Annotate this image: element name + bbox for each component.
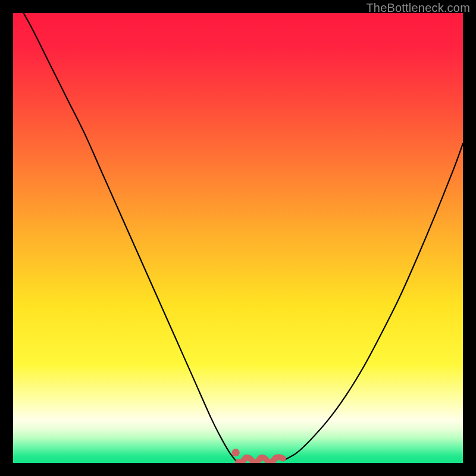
plot-area	[13, 13, 463, 463]
watermark-text: TheBottleneck.com	[366, 1, 470, 15]
marker-dot	[232, 449, 240, 456]
curves-layer	[13, 13, 463, 463]
left-curve-line	[13, 13, 236, 461]
chart-frame: TheBottleneck.com	[0, 0, 476, 476]
floor-squiggle	[238, 457, 283, 462]
right-curve-line	[283, 143, 463, 461]
